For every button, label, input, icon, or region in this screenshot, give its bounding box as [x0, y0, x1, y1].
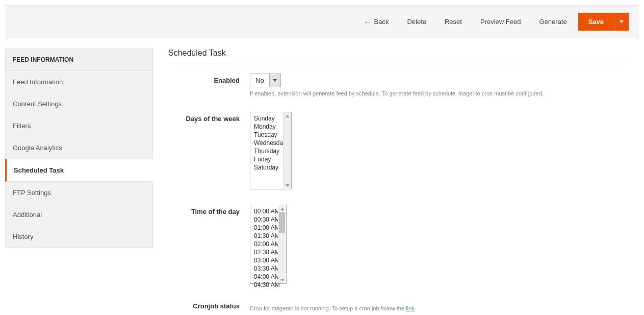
enabled-select[interactable]: No	[250, 74, 281, 87]
reset-button[interactable]: Reset	[437, 14, 469, 30]
sidebar-item-content-settings[interactable]: Content Settings	[6, 93, 152, 115]
sidebar-header: FEED INFORMATION	[6, 49, 152, 71]
preview-feed-button[interactable]: Preview Feed	[473, 14, 528, 30]
generate-button[interactable]: Generate	[532, 14, 574, 30]
sidebar-item-ftp-settings[interactable]: FTP Settings	[6, 182, 152, 204]
caret-down-icon	[620, 20, 624, 23]
back-arrow-icon: ←	[364, 18, 371, 26]
scroll-down-icon[interactable]	[278, 276, 286, 283]
days-scrollbar[interactable]	[283, 112, 291, 189]
sidebar-item-scheduled-task[interactable]: Scheduled Task	[5, 159, 153, 182]
caret-down-icon	[273, 79, 277, 82]
sidebar: FEED INFORMATION Feed Information Conten…	[5, 49, 153, 248]
enabled-value: No	[250, 74, 269, 87]
times-label: Time of the day	[168, 205, 250, 215]
delete-button[interactable]: Delete	[400, 14, 433, 30]
scroll-down-icon[interactable]	[284, 182, 291, 189]
field-enabled: Enabled No If enabled, extension will ge…	[168, 74, 629, 96]
field-days-of-week: Days of the week Sunday Monday Tuesday W…	[168, 112, 629, 189]
cron-status-text: Cron for magento is not running. To setu…	[250, 305, 406, 311]
save-button-group: Save	[578, 13, 629, 31]
sidebar-item-feed-information[interactable]: Feed Information	[6, 71, 152, 93]
back-label: Back	[374, 18, 389, 26]
save-dropdown-toggle[interactable]	[614, 13, 629, 31]
scroll-thumb[interactable]	[279, 212, 285, 233]
cron-setup-link[interactable]: link	[406, 305, 415, 311]
sidebar-item-filters[interactable]: Filters	[6, 115, 152, 137]
sidebar-item-history[interactable]: History	[6, 226, 152, 248]
save-button[interactable]: Save	[578, 13, 614, 31]
page-body: FEED INFORMATION Feed Information Conten…	[0, 38, 644, 315]
times-scrollbar[interactable]	[278, 205, 286, 283]
section-title: Scheduled Task	[168, 49, 629, 63]
field-cronjob-status: Cronjob status Cron for magento is not r…	[168, 299, 629, 312]
back-button[interactable]: ← Back	[356, 14, 396, 30]
scroll-up-icon[interactable]	[278, 205, 286, 212]
enabled-label: Enabled	[168, 74, 250, 84]
sidebar-item-google-analytics[interactable]: Google Analytics	[6, 137, 152, 159]
enabled-hint: If enabled, extension will generate feed…	[250, 90, 629, 96]
days-multiselect[interactable]: Sunday Monday Tuesday Wednesday Thursday…	[250, 112, 292, 189]
main-content: Scheduled Task Enabled No If enabled, ex…	[168, 49, 639, 315]
sidebar-item-additional[interactable]: Additional	[6, 204, 152, 226]
field-time-of-day: Time of the day 00:00 AM 00:30 AM 01:00 …	[168, 205, 629, 284]
scroll-up-icon[interactable]	[284, 112, 291, 119]
enabled-select-toggle[interactable]	[269, 74, 280, 87]
times-multiselect[interactable]: 00:00 AM 00:30 AM 01:00 AM 01:30 AM 02:0…	[250, 205, 287, 284]
cron-label: Cronjob status	[168, 299, 250, 310]
toolbar: ← Back Delete Reset Preview Feed Generat…	[5, 5, 639, 38]
days-label: Days of the week	[168, 112, 250, 123]
